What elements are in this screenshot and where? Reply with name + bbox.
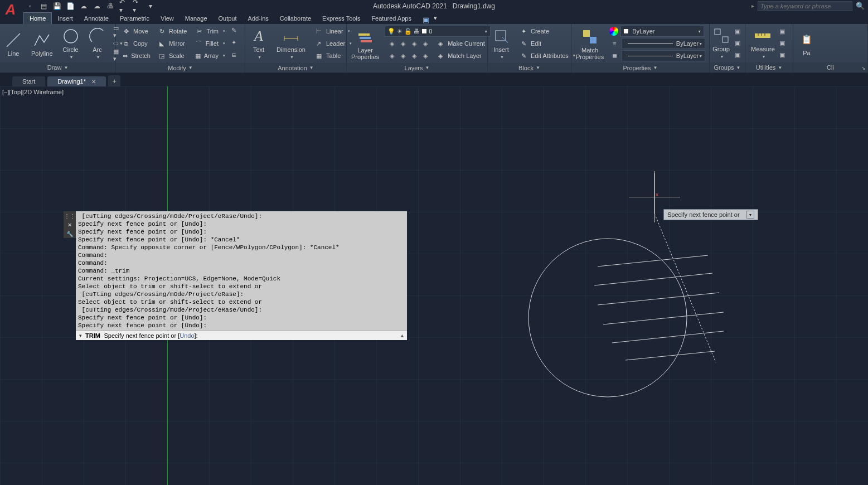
circle-button[interactable]: Circle▼ (57, 24, 84, 62)
panel-modify-label[interactable]: Modify▼ (116, 63, 245, 72)
mirror-button[interactable]: ◣Mirror (154, 37, 192, 50)
add-tab-button[interactable]: + (108, 75, 120, 86)
paste-button[interactable]: 📋 Pa (797, 24, 817, 62)
tab-expresstools[interactable]: Express Tools (317, 13, 366, 24)
array-button[interactable]: ▦Array▾ (192, 50, 229, 62)
tab-manage[interactable]: Manage (180, 13, 213, 24)
viewport-label[interactable]: [–][Top][2D Wireframe] (2, 89, 64, 95)
command-history[interactable]: [cuTting edges/Crossing/mOde/Project/eRa… (76, 211, 407, 331)
polyline-button[interactable]: Polyline (27, 24, 57, 62)
dimension-button[interactable]: Dimension▼ (272, 25, 310, 63)
tab-annotate[interactable]: Annotate (79, 13, 114, 24)
copy-button[interactable]: ⧉Copy (118, 37, 154, 50)
tab-featuredapps[interactable]: Featured Apps (366, 13, 417, 24)
panel-properties-label[interactable]: Properties▼↘ (571, 63, 709, 72)
qat-more-icon[interactable]: ▾ (146, 2, 155, 11)
panel-utilities-label[interactable]: Utilities▼ (745, 62, 793, 72)
tab-collaborate[interactable]: Collaborate (274, 13, 317, 24)
layer-icon-2[interactable]: ◈ (398, 38, 408, 48)
trim-button[interactable]: ✂Trim▾ (192, 25, 229, 37)
insert-button[interactable]: Insert▼ (488, 25, 515, 63)
util-icon-1[interactable]: ▣ (777, 27, 787, 37)
drawing-canvas[interactable]: [–][Top][2D Wireframe] // leave grid gen… (0, 86, 868, 485)
group-icon-2[interactable]: ▣ (733, 38, 743, 48)
color-combo[interactable]: ByLayer▼ (620, 26, 704, 37)
layer-combo[interactable]: 💡☀🔓🖶0 ▼ (385, 26, 491, 37)
erase-icon[interactable]: ✎ (229, 25, 239, 35)
lineweight-combo[interactable]: ByLayer▼ (622, 38, 705, 49)
group-icon-3[interactable]: ▣ (733, 50, 743, 60)
edit-attrs-button[interactable]: ✎Edit Attributes▾ (516, 50, 579, 62)
layer-properties-button[interactable]: Layer Properties (347, 25, 384, 63)
group-icon-1[interactable]: ▣ (733, 27, 743, 37)
cmd-handle-icon[interactable]: ⋮⋮ (64, 211, 76, 220)
linetype-combo[interactable]: ByLayer▼ (622, 50, 705, 61)
lineweight-icon[interactable]: ≡ (609, 38, 619, 48)
tab-output[interactable]: Output (213, 13, 243, 24)
stretch-button[interactable]: ⇔Stretch (118, 50, 154, 62)
tab-home[interactable]: Home (23, 12, 52, 24)
panel-clipboard-label[interactable]: Cli (793, 62, 867, 72)
panel-draw-label[interactable]: Draw▼ (0, 62, 115, 72)
cmd-expand-icon[interactable]: ▲ (400, 333, 405, 338)
match-layer-button[interactable]: ◈Match Layer (433, 50, 485, 62)
panel-annotation-label[interactable]: Annotation▼ (245, 63, 346, 72)
tab-addins[interactable]: Add-ins (243, 13, 274, 24)
layer-icon-6[interactable]: ◈ (398, 51, 408, 61)
fillet-button[interactable]: ⌒Fillet▾ (192, 37, 229, 50)
panel-layers-label[interactable]: Layers▼ (347, 63, 487, 72)
redo-icon[interactable]: ↷ ▾ (133, 2, 142, 11)
undo-icon[interactable]: ↶ ▾ (119, 2, 128, 11)
layer-icon-3[interactable]: ◈ (409, 38, 419, 48)
tooltip-option-icon[interactable]: ▾ (746, 211, 754, 219)
plot-icon[interactable]: 🖶 (106, 2, 115, 11)
rotate-button[interactable]: ↻Rotate (154, 25, 192, 37)
measure-button[interactable]: Measure▼ (750, 24, 776, 62)
linetype-icon[interactable]: ≣ (609, 51, 619, 61)
tab-parametric[interactable]: Parametric (114, 13, 155, 24)
explode-icon[interactable]: ✦ (229, 37, 239, 47)
arc-button[interactable]: Arc▼ (84, 24, 111, 62)
util-icon-2[interactable]: ▣ (777, 38, 787, 48)
help-icon[interactable]: ▣ (421, 15, 430, 24)
app-logo[interactable]: A (1, 0, 20, 19)
tab-minimize[interactable]: ▾ (430, 12, 440, 24)
doctab-start[interactable]: Start (12, 76, 45, 86)
create-button[interactable]: ✦Create (516, 25, 579, 37)
cmd-recent-icon[interactable]: ▾ (79, 333, 82, 338)
layer-icon-8[interactable]: ◈ (420, 51, 430, 61)
match-properties-button[interactable]: Match Properties (571, 25, 608, 63)
tab-view[interactable]: View (155, 13, 180, 24)
command-line[interactable]: ▾ TRIM Specify next fence point or [Undo… (76, 331, 407, 340)
line-button[interactable]: Line (0, 24, 27, 62)
layer-icon-1[interactable]: ◈ (387, 38, 397, 48)
doctab-drawing1[interactable]: Drawing1*✕ (47, 76, 106, 86)
group-button[interactable]: Group▼ (711, 24, 731, 62)
make-current-button[interactable]: ◈Make Current (433, 37, 488, 50)
new-icon[interactable]: ▫ (26, 2, 35, 11)
search-input[interactable] (758, 1, 852, 11)
edit-block-button[interactable]: ✎Edit (516, 37, 579, 50)
color-wheel-icon[interactable] (609, 27, 618, 36)
cmd-close-icon[interactable]: ✕ (64, 220, 76, 229)
search-icon[interactable]: 🔍 (856, 2, 865, 11)
offset-icon[interactable]: ⊆ (229, 50, 239, 60)
layer-icon-7[interactable]: ◈ (409, 51, 419, 61)
scale-button[interactable]: ◲Scale (154, 50, 192, 62)
panel-groups-label[interactable]: Groups▼ (710, 62, 745, 72)
move-button[interactable]: ✥Move (118, 25, 154, 37)
text-button[interactable]: A Text▼ (245, 25, 272, 63)
open-icon[interactable]: ▤ (39, 2, 48, 11)
tab-insert[interactable]: Insert (52, 13, 79, 24)
saveas-icon[interactable]: 📄 (66, 2, 75, 11)
web-save-icon[interactable]: ☁ (93, 2, 101, 11)
layer-icon-4[interactable]: ◈ (420, 38, 430, 48)
save-icon[interactable]: 💾 (52, 2, 61, 11)
command-window[interactable]: ⋮⋮ ✕ 🔧 [cuTting edges/Crossing/mOde/Proj… (76, 211, 407, 340)
panel-block-label[interactable]: Block▼ (488, 63, 571, 72)
cmd-settings-icon[interactable]: 🔧 (64, 229, 76, 238)
close-icon[interactable]: ✕ (91, 79, 96, 85)
web-open-icon[interactable]: ☁ (79, 2, 88, 11)
layer-icon-5[interactable]: ◈ (387, 51, 397, 61)
util-icon-3[interactable]: ▣ (777, 50, 787, 60)
